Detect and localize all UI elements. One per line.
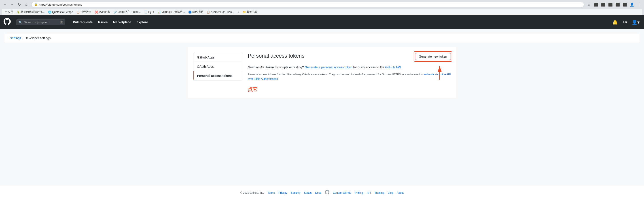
sidebar-item-personal-tokens[interactable]: Personal access tokens: [194, 71, 242, 80]
bookmark-visalgo[interactable]: 📊 VisuAlgo - 数据结...: [156, 10, 186, 14]
description-section: Need an API token for scripts or testing…: [248, 65, 451, 93]
sidebar-item-github-apps[interactable]: GitHub Apps: [194, 53, 242, 62]
footer-contact-link[interactable]: Contact GitHub: [333, 191, 351, 194]
github-logo[interactable]: [4, 18, 11, 27]
description-paragraph-2: Personal access tokens function like ord…: [248, 72, 451, 81]
address-bar[interactable]: 🔒 https://github.com/settings/tokens: [31, 2, 584, 8]
footer-blog-link[interactable]: Blog: [388, 191, 393, 194]
footer-about-link[interactable]: About: [397, 191, 404, 194]
search-box[interactable]: 🔍 Search or jump to... /: [16, 19, 65, 25]
page-header: Personal access tokens: [248, 53, 451, 60]
notifications-button[interactable]: 🔔: [611, 19, 619, 26]
footer-github-logo: [325, 190, 330, 195]
bookmarks-bar: ⊞ 应用 🐍 将你的代码运行可... 🌐 Quotes to Scrape 📋 …: [2, 9, 642, 15]
footer-security-link[interactable]: Security: [291, 191, 300, 194]
bookmark-pypi[interactable]: 📄 PyPI: [143, 10, 155, 14]
github-nav-links: Pull requests Issues Marketplace Explore: [71, 19, 150, 26]
bookmark-python[interactable]: 🐍 将你的代码运行可...: [16, 10, 46, 14]
sidebar: GitHub Apps OAuth Apps Personal access t…: [193, 53, 242, 80]
url-text: https://github.com/settings/tokens: [39, 3, 82, 6]
extension-btn-1[interactable]: ⬛: [593, 1, 599, 8]
bookmark-comet[interactable]: 📋 "Comet OJ" | Con...: [205, 10, 235, 14]
nav-right-actions: 🔔 +▾ 👤▾: [611, 19, 640, 26]
reload-button[interactable]: ↻: [16, 1, 22, 8]
footer: © 2021 GitHub, Inc. Terms Privacy Securi…: [0, 185, 644, 200]
search-kbd: /: [60, 21, 63, 24]
footer-api-link[interactable]: API: [367, 191, 371, 194]
nav-marketplace[interactable]: Marketplace: [111, 19, 134, 26]
back-button[interactable]: ←: [2, 1, 8, 8]
menu-button[interactable]: ⋮: [636, 1, 642, 8]
profile-button[interactable]: 👤: [629, 1, 635, 8]
breadcrumb-separator: /: [22, 36, 24, 40]
user-avatar-button[interactable]: 👤▾: [631, 19, 640, 26]
footer-docs-link[interactable]: Docs: [315, 191, 321, 194]
github-api-link[interactable]: GitHub API: [385, 65, 401, 69]
main-content-area: GitHub Apps OAuth Apps Personal access t…: [188, 47, 456, 98]
page-title: Personal access tokens: [248, 53, 304, 59]
breadcrumb-current: Developer settings: [24, 36, 50, 40]
footer-copyright: © 2021 GitHub, Inc.: [240, 191, 264, 194]
apps-grid-icon: ⊞: [5, 11, 7, 14]
nav-issues[interactable]: Issues: [96, 19, 110, 26]
breadcrumb-settings-link[interactable]: Settings: [10, 36, 21, 40]
click-annotation-wrapper: 点它: [248, 84, 451, 93]
bookmark-neural[interactable]: 📋 神经网络: [75, 10, 92, 14]
bookmark-pylib[interactable]: ❌ Python库: [94, 10, 111, 14]
nav-pull-requests[interactable]: Pull requests: [71, 19, 95, 26]
breadcrumb-bar: Settings / Developer settings: [4, 34, 640, 43]
footer-privacy-link[interactable]: Privacy: [278, 191, 287, 194]
nav-explore[interactable]: Explore: [134, 19, 150, 26]
description-paragraph-1: Need an API token for scripts or testing…: [248, 65, 451, 70]
extension-btn-2[interactable]: ⬛: [600, 1, 606, 8]
main-area: Personal access tokens: [248, 53, 451, 93]
footer-status-link[interactable]: Status: [304, 191, 312, 194]
extension-btn-5[interactable]: ⬛: [622, 1, 628, 8]
new-item-button[interactable]: +▾: [622, 19, 628, 26]
search-placeholder: Search or jump to...: [24, 21, 49, 24]
generate-new-token-button[interactable]: Generate new token: [415, 53, 451, 60]
github-navbar: 🔍 Search or jump to... / Pull requests I…: [0, 15, 644, 29]
footer-pricing-link[interactable]: Pricing: [355, 191, 363, 194]
bookmark-others[interactable]: 📁 其他书签: [241, 10, 259, 14]
home-button[interactable]: ⌂: [23, 1, 30, 8]
generate-btn-wrapper: Generate new token: [415, 53, 451, 60]
forward-button[interactable]: →: [9, 1, 15, 8]
bookmark-color[interactable]: 🔵 颜色搭配: [187, 10, 204, 14]
lock-icon: 🔒: [34, 3, 38, 6]
search-icon: 🔍: [18, 21, 22, 24]
bookmark-star-button[interactable]: ☆: [586, 1, 592, 8]
content-layout: GitHub Apps OAuth Apps Personal access t…: [193, 53, 451, 93]
generate-personal-token-link[interactable]: Generate a personal access token: [304, 65, 352, 69]
footer-terms-link[interactable]: Terms: [268, 191, 275, 194]
breadcrumb: Settings / Developer settings: [10, 36, 634, 40]
footer-training-link[interactable]: Training: [374, 191, 384, 194]
bookmark-quotes[interactable]: 🌐 Quotes to Scrape: [47, 10, 74, 14]
extension-btn-4[interactable]: ⬛: [614, 1, 621, 8]
bookmark-binder[interactable]: 🔗 Binder入门 - Bind...: [112, 10, 142, 14]
click-annotation-text: 点它: [248, 86, 258, 93]
sidebar-item-oauth-apps[interactable]: OAuth Apps: [194, 62, 242, 71]
bookmark-more[interactable]: »: [236, 10, 240, 14]
extension-btn-3[interactable]: ⬛: [607, 1, 614, 8]
bookmark-apps[interactable]: ⊞ 应用: [4, 10, 14, 14]
